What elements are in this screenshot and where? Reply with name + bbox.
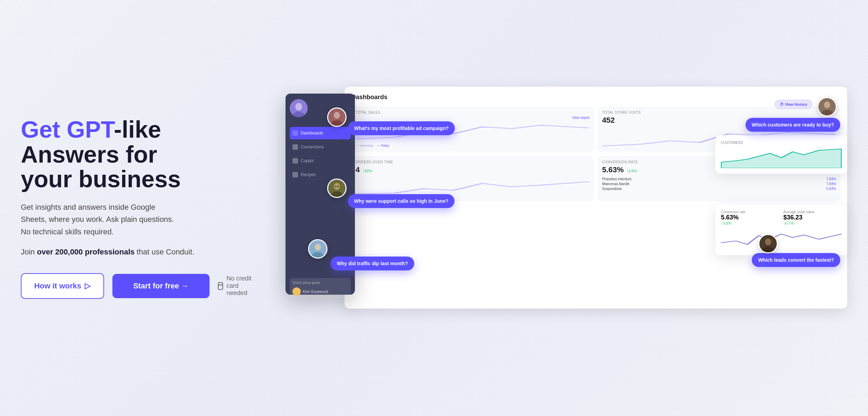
chat-bubble-right-1: Which customers are ready to buy? (746, 118, 840, 132)
sidebar-item-copilot[interactable]: Copilot (290, 155, 351, 167)
svg-point-4 (334, 112, 340, 119)
chat-bubble-right-2: Which leads convert the fastest? (752, 253, 840, 267)
view-report-link[interactable]: View report (356, 116, 590, 120)
metric-orders-value: 4 (356, 165, 360, 174)
headline: Get GPT-like Answers for your business (21, 117, 254, 191)
sidebar-user-avatar (290, 99, 308, 117)
bottom-chart (721, 229, 842, 250)
svg-point-12 (315, 244, 321, 251)
dashboards-icon (292, 130, 298, 136)
svg-point-15 (824, 102, 830, 109)
no-cc-label: No credit card needed (227, 275, 254, 297)
aov-change: ↑6.7% (783, 221, 842, 225)
metric-orders-change: ↑92% (363, 169, 372, 173)
play-icon: ▷ (85, 281, 91, 291)
dashboard-title: Dashboards (351, 94, 840, 101)
start-label: Start for free → (133, 281, 189, 291)
chat-bubble-1: What's my most profitable ad campaign? (348, 121, 455, 135)
start-for-free-button[interactable]: Start for free → (112, 274, 210, 298)
floating-avatar-1 (327, 107, 347, 127)
svg-marker-20 (721, 149, 842, 168)
avatar-right-1 (817, 97, 837, 116)
metric-visits-label: Total store visits (602, 111, 836, 114)
social-proof: Join over 200,000 professionals that use… (21, 248, 254, 257)
chat-bubble-2: Why were support calls so high in June? (348, 194, 454, 208)
cta-row: How it works ▷ Start for free → No credi… (21, 273, 254, 299)
recipes-icon (292, 172, 298, 177)
copilot-icon (292, 158, 298, 164)
view-history-button[interactable]: ⏱ View history (775, 100, 812, 109)
customers-chart (721, 147, 842, 168)
svg-point-9 (335, 185, 337, 187)
no-credit-card: No credit card needed (218, 275, 254, 297)
sidebar-item-dashboards[interactable]: Dashboards (290, 127, 351, 139)
bottom-metrics-panel: Conversion rate 5.63% ↑3.6% Average orde… (715, 205, 847, 255)
right-metrics-panel: CUSTOMERS (715, 135, 847, 174)
right-column-visual: Dashboards Connections Copilot Recipes Q… (268, 87, 847, 329)
chat-bubble-3: Why did traffic dip last month? (331, 257, 414, 270)
svg-point-10 (337, 185, 339, 187)
description-text: Get insights and answers inside Google S… (21, 201, 180, 238)
floating-avatar-3 (308, 239, 327, 259)
metric-conversion-value: 5.63% (602, 165, 623, 174)
left-column: Get GPT-like Answers for your business G… (21, 117, 254, 299)
connections-icon (292, 144, 298, 150)
metric-conversion-change: ↑3.6% (627, 169, 637, 173)
floating-avatar-2 (327, 179, 347, 198)
metric-orders-label: Orders over time (356, 160, 590, 164)
aov-value: $36.23 (783, 214, 842, 221)
svg-point-18 (765, 239, 771, 245)
headline-accent: Get GPT (21, 116, 114, 142)
hero-section: Get GPT-like Answers for your business G… (0, 0, 868, 416)
metric-sales-label: Total sales (356, 111, 590, 114)
sidebar-item-recipes[interactable]: Recipes (290, 168, 351, 181)
how-it-works-button[interactable]: How it works ▷ (21, 273, 104, 299)
svg-point-1 (295, 103, 302, 111)
avatar-right-2 (758, 234, 778, 253)
how-it-works-label: How it works (34, 281, 82, 291)
credit-card-icon (218, 282, 223, 290)
sidebar-item-connections[interactable]: Connections (290, 141, 351, 153)
